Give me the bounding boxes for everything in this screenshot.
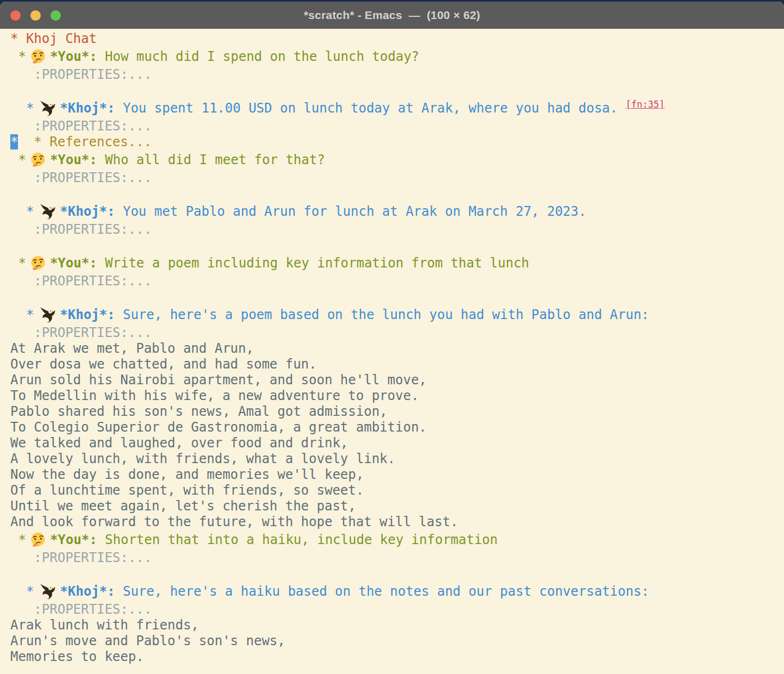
- zoom-button[interactable]: [51, 10, 61, 21]
- poem-line: Now the day is done, and memories we'll …: [10, 467, 784, 483]
- properties-drawer[interactable]: :PROPERTIES:...: [10, 550, 784, 566]
- desktop-background: *scratch* - Emacs — (100 × 62) * Khoj Ch…: [0, 0, 784, 674]
- minimize-button[interactable]: [30, 10, 41, 21]
- chat-message-you-3: **You*: Write a poem including key infor…: [10, 253, 784, 273]
- properties-drawer[interactable]: :PROPERTIES:...: [10, 222, 784, 238]
- message-text: Sure, here's a haiku based on the notes …: [115, 584, 650, 599]
- poem-text: Arun sold his Nairobi apartment, and soo…: [10, 372, 427, 388]
- message-text: You spent 11.00 USD on lunch today at Ar…: [115, 101, 626, 116]
- org-heading-khoj-chat[interactable]: * Khoj Chat: [10, 31, 784, 47]
- heading-text: * Khoj Chat: [10, 31, 97, 46]
- message-text: Write a poem including key information f…: [97, 255, 530, 271]
- message-text: How much did I spend on the lunch today?: [97, 49, 419, 64]
- chat-message-khoj-1: **Khoj*: You spent 11.00 USD on lunch to…: [10, 98, 784, 118]
- chat-message-khoj-3: **Khoj*: Sure, here's a poem based on th…: [10, 305, 784, 325]
- khoj-label: *Khoj*:: [60, 584, 115, 599]
- eagle-icon: [38, 101, 56, 116]
- message-text: Who all did I meet for that?: [97, 152, 325, 167]
- haiku-text: Arak lunch with friends,: [10, 617, 199, 633]
- poem-line: And look forward to the future, with hop…: [10, 514, 784, 530]
- haiku-text: Arun's move and Pablo's son's news,: [10, 633, 285, 648]
- blank-line: [10, 186, 784, 202]
- references-heading[interactable]: * * References...: [10, 134, 784, 150]
- text-cursor: *: [10, 134, 18, 149]
- khoj-label: *Khoj*:: [60, 204, 115, 219]
- drawer-text: :PROPERTIES:...: [10, 602, 152, 617]
- poem-text: Over dosa we chatted, and had some fun.: [10, 357, 317, 372]
- properties-drawer[interactable]: :PROPERTIES:...: [10, 118, 784, 134]
- drawer-text: :PROPERTIES:...: [10, 325, 152, 340]
- heading-star: *: [10, 49, 26, 64]
- drawer-text: :PROPERTIES:...: [10, 222, 152, 237]
- haiku-line: Memories to keep.: [10, 649, 784, 665]
- poem-text: We talked and laughed, over food and dri…: [10, 435, 348, 451]
- eagle-icon: [38, 584, 56, 600]
- thinking-face-icon: [30, 152, 46, 168]
- properties-drawer[interactable]: :PROPERTIES:...: [10, 325, 784, 341]
- poem-text: To Medellin with his wife, a new adventu…: [10, 388, 419, 403]
- emacs-buffer[interactable]: * Khoj Chat **You*: How much did I spend…: [0, 29, 784, 665]
- you-label: *You*:: [50, 49, 97, 64]
- traffic-lights: [10, 2, 61, 29]
- you-label: *You*:: [50, 152, 97, 167]
- chat-message-khoj-2: **Khoj*: You met Pablo and Arun for lunc…: [10, 202, 784, 222]
- heading-star: *: [10, 584, 34, 599]
- heading-star: *: [10, 255, 26, 271]
- blank-line: [10, 566, 784, 582]
- message-text: You met Pablo and Arun for lunch at Arak…: [115, 204, 587, 219]
- poem-text: At Arak we met, Pablo and Arun,: [10, 341, 254, 356]
- chat-message-you-2: **You*: Who all did I meet for that?: [10, 150, 784, 170]
- blank-line: [10, 83, 784, 98]
- heading-star: *: [10, 307, 34, 322]
- properties-drawer[interactable]: :PROPERTIES:...: [10, 67, 784, 83]
- drawer-text: :PROPERTIES:...: [10, 170, 152, 185]
- window-title: *scratch* - Emacs — (100 × 62): [304, 9, 481, 22]
- haiku-line: Arak lunch with friends,: [10, 617, 784, 633]
- chat-message-you-4: **You*: Shorten that into a haiku, inclu…: [10, 530, 784, 550]
- poem-line: We talked and laughed, over food and dri…: [10, 435, 784, 451]
- close-button[interactable]: [10, 10, 21, 21]
- drawer-text: :PROPERTIES:...: [10, 273, 152, 289]
- emacs-window: *scratch* - Emacs — (100 × 62) * Khoj Ch…: [0, 2, 784, 674]
- references-text: * References...: [18, 134, 152, 149]
- haiku-line: Arun's move and Pablo's son's news,: [10, 633, 784, 649]
- khoj-label: *Khoj*:: [60, 101, 115, 116]
- chat-message-khoj-4: **Khoj*: Sure, here's a haiku based on t…: [10, 582, 784, 602]
- window-titlebar[interactable]: *scratch* - Emacs — (100 × 62): [0, 2, 784, 29]
- poem-text: Of a lunchtime spent, with friends, so s…: [10, 483, 364, 498]
- poem-text: Now the day is done, and memories we'll …: [10, 467, 364, 482]
- poem-line: Of a lunchtime spent, with friends, so s…: [10, 483, 784, 498]
- poem-text: To Colegio Superior de Gastronomia, a gr…: [10, 420, 427, 435]
- properties-drawer[interactable]: :PROPERTIES:...: [10, 602, 784, 617]
- heading-star: *: [10, 204, 34, 219]
- poem-line: At Arak we met, Pablo and Arun,: [10, 341, 784, 357]
- poem-line: Pablo shared his son's news, Amal got ad…: [10, 404, 784, 420]
- heading-star: *: [10, 152, 26, 167]
- properties-drawer[interactable]: :PROPERTIES:...: [10, 170, 784, 186]
- poem-text: Pablo shared his son's news, Amal got ad…: [10, 404, 388, 419]
- message-text: Shorten that into a haiku, include key i…: [97, 532, 498, 547]
- poem-line: To Colegio Superior de Gastronomia, a gr…: [10, 420, 784, 435]
- chat-message-you-1: **You*: How much did I spend on the lunc…: [10, 47, 784, 67]
- heading-star: *: [10, 101, 34, 116]
- poem-line: Arun sold his Nairobi apartment, and soo…: [10, 372, 784, 388]
- you-label: *You*:: [50, 532, 97, 547]
- properties-drawer[interactable]: :PROPERTIES:...: [10, 273, 784, 289]
- message-text: Sure, here's a poem based on the lunch y…: [115, 307, 650, 322]
- poem-text: A lovely lunch, with friends, what a lov…: [10, 451, 395, 466]
- you-label: *You*:: [50, 255, 97, 271]
- drawer-text: :PROPERTIES:...: [10, 550, 152, 565]
- drawer-text: :PROPERTIES:...: [10, 118, 152, 134]
- drawer-text: :PROPERTIES:...: [10, 67, 152, 82]
- blank-line: [10, 238, 784, 253]
- thinking-face-icon: [30, 255, 46, 271]
- poem-line: Until we meet again, let's cherish the p…: [10, 498, 784, 514]
- thinking-face-icon: [30, 532, 46, 548]
- footnote-link[interactable]: [fn:35]: [626, 99, 665, 110]
- poem-text: And look forward to the future, with hop…: [10, 514, 458, 529]
- poem-line: Over dosa we chatted, and had some fun.: [10, 357, 784, 372]
- haiku-text: Memories to keep.: [10, 649, 144, 664]
- eagle-icon: [38, 307, 56, 323]
- blank-line: [10, 289, 784, 305]
- poem-text: Until we meet again, let's cherish the p…: [10, 498, 356, 514]
